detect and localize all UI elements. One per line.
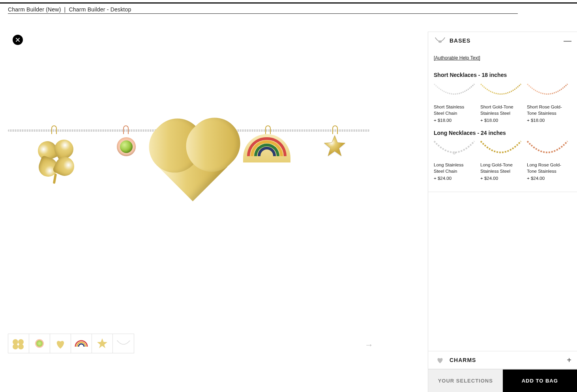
- long-necklaces-heading: Long Necklaces - 24 inches: [434, 130, 571, 136]
- chain-swatch-rose: [527, 82, 568, 102]
- charm-heart[interactable]: [159, 134, 230, 201]
- accordion-bases: BASES — [Authorable Help Text] Short Nec…: [428, 32, 577, 192]
- base-option-short-stainless[interactable]: Short Stainless Steel Chain + $18.00: [434, 82, 475, 123]
- accordion-charms: CHARMS +: [428, 351, 577, 369]
- chain-swatch-gold: [480, 82, 521, 102]
- base-option-title: Short Stainless Steel Chain: [434, 104, 475, 116]
- accordion-bases-body: [Authorable Help Text] Short Necklaces -…: [428, 49, 577, 192]
- charm-gem[interactable]: [114, 134, 139, 159]
- breadcrumb: Charm Builder (New) | Charm Builder - De…: [8, 6, 131, 13]
- breadcrumb-part-a[interactable]: Charm Builder (New): [8, 6, 61, 13]
- add-to-bag-button[interactable]: ADD TO BAG: [503, 370, 577, 392]
- charm-hook: [123, 125, 129, 134]
- charm-star[interactable]: [323, 134, 347, 158]
- heart-icon: [434, 355, 446, 365]
- panel-bottom-bar: YOUR SELECTIONS ADD TO BAG: [428, 369, 577, 392]
- charm-hook: [265, 125, 271, 134]
- help-text-link[interactable]: [Authorable Help Text]: [434, 55, 480, 61]
- add-to-bag-label: ADD TO BAG: [522, 378, 558, 384]
- chain-swatch-silver: [434, 140, 475, 160]
- base-option-price: + $24.00: [527, 176, 568, 181]
- base-option-title: Short Gold-Tone Stainless Steel: [480, 104, 521, 116]
- base-option-title: Short Rose Gold-Tone Stainless: [527, 104, 568, 116]
- breadcrumb-part-b[interactable]: Charm Builder - Desktop: [69, 6, 131, 13]
- charm-rainbow[interactable]: [243, 134, 290, 162]
- thumbnail-chain[interactable]: [113, 334, 134, 353]
- base-option-long-stainless[interactable]: Long Stainless Steel Chain + $24.00: [434, 140, 475, 181]
- short-necklaces-grid: Short Stainless Steel Chain + $18.00 Sho…: [434, 82, 571, 123]
- svg-point-1: [453, 152, 455, 154]
- accordion-charms-header[interactable]: CHARMS +: [428, 351, 577, 369]
- base-option-title: Long Stainless Steel Chain: [434, 162, 475, 174]
- accordion-charms-title: CHARMS: [450, 357, 567, 363]
- top-divider: [8, 13, 518, 14]
- base-option-title: Long Gold-Tone Stainless Steel: [480, 162, 521, 174]
- your-selections-button[interactable]: YOUR SELECTIONS: [428, 370, 503, 392]
- breadcrumb-separator: |: [64, 6, 66, 13]
- base-option-price: + $18.00: [434, 118, 475, 123]
- charm-clover[interactable]: [36, 134, 79, 181]
- thumbnail-strip: [8, 334, 134, 353]
- thumbnail-heart[interactable]: [50, 334, 71, 353]
- base-option-short-rose[interactable]: Short Rose Gold-Tone Stainless + $18.00: [527, 82, 568, 123]
- your-selections-label: YOUR SELECTIONS: [438, 378, 493, 384]
- necklace-icon: [434, 36, 446, 45]
- base-option-price: + $24.00: [480, 176, 521, 181]
- short-necklaces-heading: Short Necklaces - 18 inches: [434, 72, 571, 78]
- thumbnail-gem[interactable]: [29, 334, 50, 353]
- base-option-long-rose[interactable]: Long Rose Gold-Tone Stainless + $24.00: [527, 140, 568, 181]
- close-icon[interactable]: [13, 35, 23, 45]
- chain-swatch-rose: [527, 140, 568, 160]
- base-option-price: + $18.00: [527, 118, 568, 123]
- base-option-long-gold[interactable]: Long Gold-Tone Stainless Steel + $24.00: [480, 140, 521, 181]
- collapse-icon[interactable]: —: [564, 37, 571, 45]
- long-necklaces-grid: Long Stainless Steel Chain + $24.00 Long…: [434, 140, 571, 181]
- thumbnail-star[interactable]: [92, 334, 113, 353]
- charm-hook: [51, 125, 57, 134]
- base-option-short-gold[interactable]: Short Gold-Tone Stainless Steel + $18.00: [480, 82, 521, 123]
- charm-hook: [332, 125, 338, 134]
- expand-icon[interactable]: +: [567, 356, 571, 364]
- thumbnails-next-icon[interactable]: →: [365, 340, 373, 350]
- accordion-bases-header[interactable]: BASES —: [428, 32, 577, 49]
- thumbnail-clover[interactable]: [8, 334, 29, 353]
- accordion-bases-title: BASES: [450, 37, 564, 44]
- thumbnail-rainbow[interactable]: [71, 334, 92, 353]
- base-option-title: Long Rose Gold-Tone Stainless: [527, 162, 568, 174]
- right-panel: BASES — [Authorable Help Text] Short Nec…: [428, 32, 577, 392]
- top-rule: [0, 2, 577, 4]
- chain-swatch-gold: [480, 140, 521, 160]
- base-option-price: + $24.00: [434, 176, 475, 181]
- base-option-price: + $18.00: [480, 118, 521, 123]
- chain-swatch-silver: [434, 82, 475, 102]
